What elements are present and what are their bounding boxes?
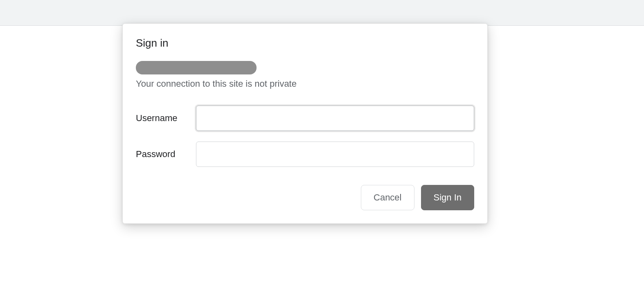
connection-warning: Your connection to this site is not priv… [136, 79, 474, 89]
signin-button[interactable]: Sign In [421, 185, 475, 210]
username-input[interactable] [196, 106, 474, 131]
password-row: Password [136, 142, 474, 167]
redacted-site-identifier [136, 61, 257, 74]
username-row: Username [136, 106, 474, 131]
signin-dialog: Sign in Your connection to this site is … [122, 23, 488, 224]
password-input[interactable] [196, 142, 474, 167]
browser-topbar [0, 0, 644, 26]
dialog-title: Sign in [136, 37, 474, 50]
password-label: Password [136, 149, 196, 160]
dialog-button-row: Cancel Sign In [136, 185, 474, 210]
cancel-button[interactable]: Cancel [361, 185, 414, 210]
username-label: Username [136, 113, 196, 124]
